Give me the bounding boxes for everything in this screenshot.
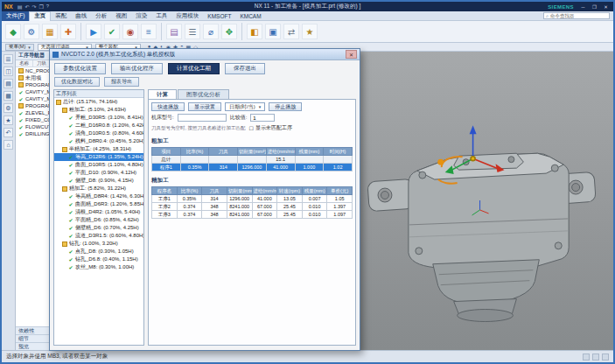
table-row[interactable]: 工序20.3743488241.00067.00025.450.0101.397 [152, 203, 353, 211]
history-palette-icon[interactable]: ↶ [3, 128, 13, 137]
redo-icon[interactable]: ↷ [31, 4, 36, 10]
compare-value-input[interactable] [250, 114, 275, 122]
dialog-action-button-0[interactable]: 参数优化设置 [54, 63, 106, 74]
operation-navigator-icon[interactable]: ▦ [3, 91, 13, 101]
ribbon-tab-0[interactable]: 文件(F) [2, 11, 29, 21]
part-navigator-icon[interactable]: ▤ [3, 79, 13, 88]
operation-tree-item[interactable]: ✔平面精_D6: (0.85%, 4.62H) [54, 216, 143, 224]
dialog-action-buttons: 参数优化设置输出优化程序计算优化工期保存退出 [50, 60, 360, 76]
ribbon-tab-1[interactable]: 主页 [29, 11, 51, 21]
dialog-action-button-3[interactable]: 保存退出 [225, 63, 265, 74]
playback-button-0[interactable]: 快速播放 [151, 102, 185, 111]
menu-button[interactable]: 菜单(M) ▾ [5, 44, 34, 51]
table-column-header: 切削量(mm³) [227, 187, 252, 195]
operation-tree-item[interactable]: ✔等高精_D8R4: (1.42%, 6.30H) [54, 192, 143, 200]
ribbon-tab-10[interactable]: KMCAM [235, 11, 265, 21]
operation-tree-item[interactable]: ✔攻丝_M8: (0.30%, 1.00H) [54, 263, 143, 271]
status-icon[interactable] [592, 354, 599, 360]
measure-icon[interactable]: ⌀ [203, 24, 219, 39]
show-unmatched-checkbox[interactable]: ☐ 显示未匹配工序 [249, 124, 292, 132]
dialog-action-button-2[interactable]: 计算优化工期 [168, 63, 220, 74]
show-hide-icon[interactable]: ◧ [247, 24, 262, 39]
table-cell: 工序3 [152, 211, 178, 219]
create-geometry-icon[interactable]: ◆ [5, 24, 21, 39]
command-finder[interactable]: ⌕ [543, 12, 610, 19]
shop-doc-icon[interactable]: ▤ [166, 24, 182, 39]
reuse-library-icon[interactable]: ★ [3, 116, 13, 125]
status-icon[interactable] [602, 354, 609, 360]
ribbon-tab-8[interactable]: 应用模块 [171, 11, 203, 21]
minimize-button[interactable]: ─ [578, 3, 588, 10]
operation-tree-item[interactable]: ✔清角_D10R0.5: (0.80%, 4.60H) [54, 130, 143, 137]
dialog-action-button-1[interactable]: 输出优化程序 [111, 63, 163, 74]
list-toolpath-icon[interactable]: ☰ [185, 24, 200, 39]
undo-icon[interactable]: ↶ [24, 4, 29, 10]
operation-tree-item[interactable]: ✔钻孔_D6.8: (0.40%, 1.15H) [54, 256, 143, 263]
table-row[interactable]: 程序10.35%3141296.00041.0001.0001.02 [152, 164, 353, 172]
window-switch-icon[interactable]: ❐ [38, 4, 43, 10]
more-commands-icon[interactable]: ★ [302, 24, 318, 39]
operation-tree-item[interactable]: ✔清根_D4R2: (1.05%, 5.40H) [54, 208, 143, 216]
create-tool-icon[interactable]: ⚙ [24, 24, 39, 39]
nx-logo: NX [4, 4, 13, 10]
machine-tool-navigator-icon[interactable]: ⚙ [3, 103, 13, 113]
dialog-tab-0[interactable]: 计算 [148, 89, 177, 99]
constraint-navigator-icon[interactable]: ◫ [3, 66, 13, 76]
machine-model-input[interactable] [178, 114, 227, 122]
operation-tree-item[interactable]: ✔点孔_D8: (0.30%, 1.05H) [54, 248, 143, 256]
operation-tree-item[interactable]: ✔等高_D12R6: (1.35%, 5.24H) [54, 153, 143, 161]
roles-palette-icon[interactable]: ⌂ [3, 140, 13, 150]
help-icon[interactable]: ? [46, 4, 49, 10]
operation-tree-item[interactable]: ✔残料_D8R0.4: (0.45%, 5.20H) [54, 137, 143, 145]
operation-tree-item[interactable]: ✔侧壁_D8: (0.90%, 4.15H) [54, 177, 143, 185]
operation-tree-item[interactable]: ✔曲面精_D6R3: (1.20%, 5.85H) [54, 200, 143, 208]
operation-tree-item[interactable]: 总计: (15.17%, 74.16H) [54, 98, 143, 106]
status-icon[interactable] [583, 354, 590, 360]
ribbon-tab-2[interactable]: 装配 [51, 11, 71, 21]
table-row[interactable]: 工序10.35%3141296.00041.00013.050.0071.05 [152, 195, 353, 203]
swap-view-icon[interactable]: ⇄ [283, 24, 299, 39]
dialog-tab-1[interactable]: 图形优化分析 [178, 89, 229, 99]
verify-toolpath-icon[interactable]: ✔ [104, 24, 120, 39]
table-row[interactable]: 工序30.3743488241.00067.00025.450.0101.097 [152, 211, 353, 219]
operation-item-label: 侧壁精_D6: (0.70%, 4.25H) [75, 224, 139, 232]
chevron-down-icon: ▾ [259, 104, 262, 109]
machine-simulation-icon[interactable]: ◉ [122, 24, 138, 39]
operation-tree-item[interactable]: ✔曲面_D10R5: (1.10%, 4.80H) [54, 161, 143, 169]
close-button[interactable]: ✕ [601, 3, 611, 10]
playback-range-dropdown[interactable]: 日期(时/当)▾ [225, 102, 265, 111]
playback-stop-button[interactable]: 停止播放 [269, 102, 302, 111]
dialog-sub-button-1[interactable]: 报表导出 [104, 77, 139, 87]
operation-tree-item[interactable]: 钻孔: (1.00%, 3.20H) [54, 240, 143, 248]
operation-tree-item[interactable]: 半精加工: (4.25%, 18.31H) [54, 145, 143, 153]
operation-tree-item[interactable]: ✔平面_D10: (0.90%, 4.12H) [54, 169, 143, 177]
layer-settings-icon[interactable]: ▣ [265, 24, 281, 39]
ribbon-tab-3[interactable]: 曲线 [71, 11, 91, 21]
ribbon-tab-7[interactable]: 工具 [151, 11, 171, 21]
save-icon[interactable]: ▤ [17, 4, 23, 10]
ribbon-tab-9[interactable]: KMSOFT [203, 11, 235, 21]
ribbon-tab-5[interactable]: 视图 [111, 11, 131, 21]
dialog-close-button[interactable]: ✕ [346, 50, 357, 59]
ribbon-tab-6[interactable]: 渲染 [131, 11, 151, 21]
assembly-navigator-icon[interactable]: ☰ [3, 54, 13, 64]
ribbon-tab-4[interactable]: 分析 [91, 11, 111, 21]
search-input[interactable] [550, 13, 607, 18]
table-row[interactable]: 总计15.1 [152, 156, 353, 164]
create-operation-icon[interactable]: ✚ [60, 24, 76, 39]
table-column-header: 刀具 [209, 148, 238, 156]
operation-tree-item[interactable]: ✔开粗_D30R5: (3.10%, 8.41H) [54, 114, 143, 122]
post-process-icon[interactable]: ≡ [141, 24, 157, 39]
dialog-sub-button-0[interactable]: 优化数据对比 [54, 77, 100, 87]
playback-button-1[interactable]: 显示设置 [188, 102, 221, 111]
maximize-button[interactable]: ❐ [590, 3, 599, 10]
operation-tree-item[interactable]: ✔侧壁精_D6: (0.70%, 4.25H) [54, 224, 143, 232]
operation-tree-item[interactable]: ✔二粗_D16R0.8: (1.20%, 6.42H) [54, 122, 143, 130]
operation-tree-item[interactable]: 粗加工: (5.10%, 24.63H) [54, 106, 143, 114]
table-cell [180, 156, 209, 164]
operation-tree-item[interactable]: 精加工: (5.82%, 31.22H) [54, 185, 143, 192]
create-program-icon[interactable]: ▦ [42, 24, 58, 39]
operation-tree-item[interactable]: ✔流道_D3R1.5: (0.60%, 4.80H) [54, 232, 143, 240]
move-component-icon[interactable]: ✥ [221, 24, 237, 39]
generate-toolpath-icon[interactable]: ▶ [86, 24, 101, 39]
